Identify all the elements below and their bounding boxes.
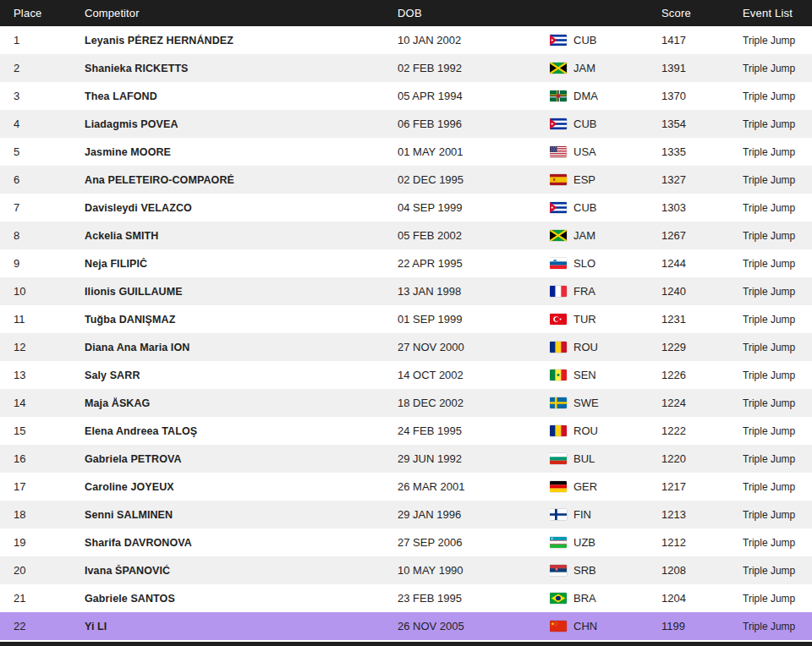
competitor-name: Shanieka RICKETTS — [85, 63, 398, 74]
score-cell: 1224 — [661, 397, 743, 409]
table-row[interactable]: 18 Senni SALMINEN 29 JAN 1996 FIN 1213 T… — [0, 501, 812, 528]
flag-icon-usa — [550, 146, 567, 157]
table-row[interactable]: 5 Jasmine MOORE 01 MAY 2001 USA 1335 Tri… — [0, 138, 812, 166]
place-cell: 17 — [0, 480, 85, 493]
country-code: ESP — [573, 173, 595, 186]
flag-icon-bul — [550, 453, 567, 464]
flag-icon-srb — [550, 565, 567, 576]
competitor-name: Senni SALMINEN — [85, 509, 398, 521]
table-row[interactable]: 7 Davisleydi VELAZCO 04 SEP 1999 CUB 130… — [0, 194, 812, 222]
table-row[interactable]: 21 Gabriele SANTOS 23 FEB 1995 BRA 1204 … — [0, 584, 812, 612]
event-cell: Triple Jump — [743, 621, 812, 632]
table-row[interactable]: 13 Saly SARR 14 OCT 2002 SEN 1226 Triple… — [0, 361, 812, 389]
score-cell: 1240 — [661, 285, 743, 298]
dob-cell: 29 JUN 1992 — [398, 452, 550, 465]
table-row[interactable]: 8 Ackelia SMITH 05 FEB 2002 JAM 1267 Tri… — [0, 222, 812, 249]
competitor-name: Ana PELETEIRO-COMPAORÉ — [85, 174, 398, 186]
country-code: BUL — [573, 452, 595, 465]
flag-icon-bra — [550, 593, 567, 604]
country-cell: ESP — [550, 173, 661, 186]
dob-cell: 27 NOV 2000 — [398, 341, 550, 353]
score-cell: 1226 — [661, 369, 743, 381]
flag-icon-jam — [550, 230, 567, 241]
dob-cell: 06 FEB 1996 — [398, 118, 550, 130]
event-cell: Triple Jump — [743, 565, 812, 577]
table-row[interactable]: 4 Liadagmis POVEA 06 FEB 1996 CUB 1354 T… — [0, 110, 812, 138]
place-cell: 7 — [0, 201, 85, 214]
dob-cell: 02 FEB 1992 — [398, 62, 550, 74]
country-cell: SWE — [550, 397, 661, 409]
place-cell: 18 — [0, 508, 85, 521]
country-cell: CUB — [550, 118, 661, 130]
table-row[interactable]: 22 Yi LI 26 NOV 2005 CHN 1199 Triple Jum… — [0, 612, 812, 640]
table-row[interactable]: 3 Thea LAFOND 05 APR 1994 DMA 1370 Tripl… — [0, 82, 812, 110]
table-row[interactable]: 19 Sharifa DAVRONOVA 27 SEP 2006 UZB 121… — [0, 528, 812, 556]
table-row[interactable]: 1 Leyanis PÉREZ HERNÁNDEZ 10 JAN 2002 CU… — [0, 26, 812, 54]
event-cell: Triple Jump — [743, 174, 812, 186]
flag-icon-sen — [550, 370, 567, 380]
place-cell: 21 — [0, 592, 85, 605]
competitor-name: Ivana ŠPANOVIĆ — [85, 565, 398, 577]
flag-icon-dma — [550, 90, 567, 101]
country-cell: ROU — [550, 341, 661, 353]
event-cell: Triple Jump — [743, 593, 812, 605]
table-row[interactable]: 9 Neja FILIPIČ 22 APR 1995 SLO 1244 Trip… — [0, 249, 812, 277]
table-row[interactable]: 20 Ivana ŠPANOVIĆ 10 MAY 1990 SRB 1208 T… — [0, 556, 812, 584]
table-row[interactable]: 11 Tuğba DANIŞMAZ 01 SEP 1999 TUR 1231 T… — [0, 305, 812, 333]
competitor-name: Leyanis PÉREZ HERNÁNDEZ — [85, 35, 398, 47]
event-cell: Triple Jump — [743, 202, 812, 214]
event-cell: Triple Jump — [743, 453, 812, 465]
flag-icon-tur — [550, 314, 567, 325]
table-row[interactable]: 2 Shanieka RICKETTS 02 FEB 1992 JAM 1391… — [0, 54, 812, 82]
dob-cell: 22 APR 1995 — [398, 257, 550, 270]
table-body: 1 Leyanis PÉREZ HERNÁNDEZ 10 JAN 2002 CU… — [0, 26, 812, 640]
table-row[interactable]: 14 Maja ÅSKAG 18 DEC 2002 SWE 1224 Tripl… — [0, 389, 812, 417]
dob-cell: 18 DEC 2002 — [398, 397, 550, 409]
country-cell: CHN — [550, 620, 661, 632]
table-row[interactable]: 10 Ilionis GUILLAUME 13 JAN 1998 FRA 124… — [0, 277, 812, 305]
bottom-bar — [0, 642, 812, 646]
table-row[interactable]: 6 Ana PELETEIRO-COMPAORÉ 02 DEC 1995 ESP… — [0, 166, 812, 194]
score-cell: 1231 — [661, 313, 743, 326]
dob-cell: 04 SEP 1999 — [398, 201, 550, 214]
score-cell: 1370 — [661, 90, 743, 102]
column-header-dob: DOB — [398, 7, 550, 19]
score-cell: 1229 — [661, 341, 743, 353]
event-cell: Triple Jump — [743, 342, 812, 353]
score-cell: 1354 — [661, 118, 743, 130]
table-row[interactable]: 16 Gabriela PETROVA 29 JUN 1992 BUL 1220… — [0, 445, 812, 473]
dob-cell: 24 FEB 1995 — [398, 424, 550, 437]
table-row[interactable]: 12 Diana Ana Maria ION 27 NOV 2000 ROU 1… — [0, 333, 812, 361]
score-cell: 1417 — [661, 34, 743, 47]
competitor-name: Caroline JOYEUX — [85, 481, 398, 493]
dob-cell: 26 NOV 2005 — [398, 620, 550, 632]
place-cell: 1 — [0, 34, 85, 47]
country-cell: CUB — [550, 34, 661, 47]
table-row[interactable]: 17 Caroline JOYEUX 26 MAR 2001 GER 1217 … — [0, 473, 812, 501]
country-code: JAM — [573, 62, 595, 74]
country-cell: FRA — [550, 285, 661, 298]
flag-icon-rou — [550, 342, 567, 353]
country-cell: FIN — [550, 508, 661, 521]
event-cell: Triple Jump — [743, 63, 812, 74]
table-row[interactable]: 15 Elena Andreea TALOŞ 24 FEB 1995 ROU 1… — [0, 417, 812, 445]
column-header-score: Score — [661, 7, 743, 19]
country-cell: USA — [550, 145, 661, 158]
flag-icon-cub — [550, 118, 567, 129]
dob-cell: 05 FEB 2002 — [398, 229, 550, 242]
country-cell: DMA — [550, 90, 661, 102]
country-code: TUR — [573, 313, 596, 326]
score-cell: 1199 — [661, 620, 743, 632]
event-cell: Triple Jump — [743, 314, 812, 326]
competitor-name: Ackelia SMITH — [85, 230, 398, 242]
place-cell: 9 — [0, 257, 85, 270]
flag-icon-fin — [550, 509, 567, 520]
country-code: CUB — [573, 34, 596, 47]
country-code: FIN — [573, 508, 591, 521]
place-cell: 4 — [0, 118, 85, 130]
event-cell: Triple Jump — [743, 397, 812, 409]
score-cell: 1222 — [661, 424, 743, 437]
dob-cell: 14 OCT 2002 — [398, 369, 550, 381]
flag-icon-jam — [550, 63, 567, 74]
competitor-name: Elena Andreea TALOŞ — [85, 425, 398, 437]
